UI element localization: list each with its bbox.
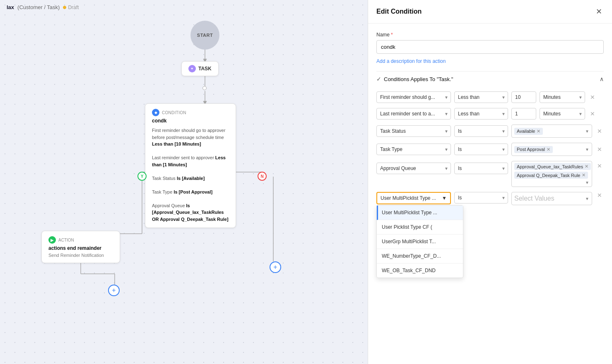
field-select-1[interactable]: First reminder should g... bbox=[376, 91, 451, 103]
operator-select-1[interactable]: Less than bbox=[454, 91, 508, 103]
connector-circle bbox=[202, 86, 207, 90]
cond-unit-2: Minutes ▼ bbox=[540, 108, 585, 120]
status-badge: Draft bbox=[63, 5, 79, 10]
task-icon: ✦ bbox=[188, 65, 196, 72]
remove-tag-aq-iax[interactable]: ✕ bbox=[585, 164, 588, 169]
task-node[interactable]: ✦ TASK bbox=[181, 61, 219, 76]
unit-select-1[interactable]: Minutes bbox=[540, 91, 585, 103]
start-node: START bbox=[190, 21, 219, 50]
yes-branch: Y bbox=[137, 172, 147, 181]
remove-tag-available[interactable]: ✕ bbox=[537, 129, 540, 134]
condition-icon: ◆ bbox=[152, 109, 159, 116]
cond-operator-4: Is ▼ bbox=[454, 144, 508, 155]
tag-approval-q-deepak: Approval Q_Deepak_Task Rule ✕ bbox=[514, 172, 588, 179]
condition-box[interactable]: ◆ CONDITION condk First reminder should … bbox=[145, 103, 236, 228]
close-button[interactable]: ✕ bbox=[594, 7, 604, 17]
dropdown-item-1[interactable]: User Picklist Type CF ( bbox=[377, 220, 463, 235]
field-dropdown-list: User MultiPicklist Type ... User Picklis… bbox=[376, 205, 463, 278]
condition-name: condk bbox=[152, 118, 229, 124]
cond-field-4: Task Type ▼ bbox=[376, 144, 451, 155]
cond-operator-6: Is ▼ bbox=[454, 192, 508, 204]
action-icon: ▶ bbox=[48, 236, 56, 244]
field-select-5[interactable]: Approval Queue bbox=[376, 163, 451, 174]
operator-select-3[interactable]: Is bbox=[454, 125, 508, 137]
field-select-6-arrow: ▼ bbox=[442, 195, 447, 201]
remove-tag-post-approval[interactable]: ✕ bbox=[547, 147, 550, 152]
task-box[interactable]: ✦ TASK bbox=[181, 61, 219, 76]
panel-title: Edit Condition bbox=[376, 8, 422, 15]
field-select-6-highlighted[interactable]: User MultiPicklist Type ... ▼ bbox=[376, 192, 451, 204]
dropdown-item-4[interactable]: WE_OB_Task_CF_DND bbox=[377, 263, 463, 278]
operator-select-4[interactable]: Is bbox=[454, 144, 508, 155]
dropdown-item-0[interactable]: User MultiPicklist Type ... bbox=[377, 206, 463, 220]
delete-condition-1[interactable]: ✕ bbox=[588, 94, 597, 101]
action-type: ACTION bbox=[58, 238, 74, 242]
dropdown-item-3[interactable]: WE_NumberType_CF_D... bbox=[377, 249, 463, 263]
select-values-placeholder: Select Values bbox=[514, 195, 554, 202]
cond-field-2: Last reminder sent to a... ▼ bbox=[376, 108, 451, 120]
unit-select-2[interactable]: Minutes bbox=[540, 108, 585, 120]
operator-select-2[interactable]: Less than bbox=[454, 108, 508, 120]
delete-condition-6[interactable]: ✕ bbox=[595, 192, 604, 199]
condition-header: ◆ CONDITION bbox=[152, 109, 229, 116]
name-input[interactable] bbox=[376, 40, 604, 54]
delete-condition-2[interactable]: ✕ bbox=[588, 110, 597, 117]
cond-operator-2: Less than ▼ bbox=[454, 108, 508, 120]
tags-arrow-5: ▼ bbox=[585, 180, 589, 185]
delete-condition-5[interactable]: ✕ bbox=[595, 163, 604, 169]
cond-tags-5: Approval_Queue_Iax_TaskRules ✕ Approval … bbox=[511, 161, 592, 187]
condition-description: First reminder should go to approver bef… bbox=[152, 127, 229, 223]
add-description-link[interactable]: Add a description for this action bbox=[376, 58, 446, 64]
collapse-button[interactable]: ∧ bbox=[600, 76, 604, 82]
cond-tags-6: Select Values ▼ bbox=[511, 192, 592, 205]
value-input-1[interactable] bbox=[511, 91, 536, 103]
add-node-button-right[interactable]: + bbox=[270, 261, 281, 273]
field-select-2[interactable]: Last reminder sent to a... bbox=[376, 108, 451, 120]
action-name: actions end remainder bbox=[48, 245, 113, 251]
status-label: Draft bbox=[68, 5, 79, 10]
draft-dot bbox=[63, 6, 66, 9]
panel-body: Name * Add a description for this action… bbox=[368, 24, 612, 218]
canvas-area: lax (Customer / Task) Draft bbox=[0, 0, 368, 364]
tag-approval-queue-iax: Approval_Queue_Iax_TaskRules ✕ bbox=[514, 163, 591, 170]
tags-container-6[interactable]: Select Values ▼ bbox=[511, 192, 592, 205]
action-box[interactable]: ▶ ACTION actions end remainder Send Remi… bbox=[41, 231, 120, 263]
action-description: Send Reminder Notification bbox=[48, 253, 113, 258]
operator-select-5[interactable]: Is bbox=[454, 163, 508, 174]
dropdown-item-2[interactable]: UserGrp MultiPicklist T... bbox=[377, 235, 463, 249]
tags-container-3[interactable]: Available ✕ ▼ bbox=[511, 125, 592, 138]
action-node[interactable]: ▶ ACTION actions end remainder Send Remi… bbox=[41, 231, 120, 263]
cond-operator-1: Less than ▼ bbox=[454, 91, 508, 103]
delete-condition-3[interactable]: ✕ bbox=[595, 128, 604, 134]
tag-post-approval: Post Approval ✕ bbox=[514, 146, 553, 153]
add-node-button-left[interactable]: + bbox=[108, 285, 120, 296]
tags-container-5[interactable]: Approval_Queue_Iax_TaskRules ✕ Approval … bbox=[511, 161, 592, 187]
field-select-3[interactable]: Task Status bbox=[376, 125, 451, 137]
tags-container-4[interactable]: Post Approval ✕ ▼ bbox=[511, 143, 592, 156]
action-header: ▶ ACTION bbox=[48, 236, 113, 244]
start-circle: START bbox=[190, 21, 219, 50]
edit-condition-panel: Edit Condition ✕ Name * Add a descriptio… bbox=[368, 0, 612, 364]
required-star: * bbox=[391, 32, 393, 38]
condition-row-6: User MultiPicklist Type ... ▼ User Multi… bbox=[376, 192, 604, 205]
no-branch: N bbox=[258, 172, 267, 181]
cond-field-5: Approval Queue ▼ bbox=[376, 163, 451, 174]
condition-node[interactable]: ◆ CONDITION condk First reminder should … bbox=[145, 103, 236, 228]
cond-field-1: First reminder should g... ▼ bbox=[376, 91, 451, 103]
panel-header: Edit Condition ✕ bbox=[368, 0, 612, 24]
cond-tags-4: Post Approval ✕ ▼ bbox=[511, 143, 592, 156]
cond-tags-3: Available ✕ ▼ bbox=[511, 125, 592, 138]
tag-available: Available ✕ bbox=[514, 128, 543, 135]
remove-tag-aq-deepak[interactable]: ✕ bbox=[582, 172, 585, 178]
value-input-2[interactable] bbox=[511, 108, 536, 120]
name-label: Name * bbox=[376, 32, 604, 38]
canvas-header: lax (Customer / Task) Draft bbox=[7, 4, 79, 10]
delete-condition-4[interactable]: ✕ bbox=[595, 146, 604, 153]
condition-row-5: Approval Queue ▼ Is ▼ Approval_Queue_Iax… bbox=[376, 161, 604, 187]
condition-row-1: First reminder should g... ▼ Less than ▼ bbox=[376, 91, 604, 103]
operator-select-6[interactable]: Is bbox=[454, 192, 508, 204]
field-select-4[interactable]: Task Type bbox=[376, 144, 451, 155]
condition-type: CONDITION bbox=[162, 110, 186, 115]
task-label: TASK bbox=[198, 66, 212, 72]
field-select-6-label: User MultiPicklist Type ... bbox=[381, 195, 436, 201]
